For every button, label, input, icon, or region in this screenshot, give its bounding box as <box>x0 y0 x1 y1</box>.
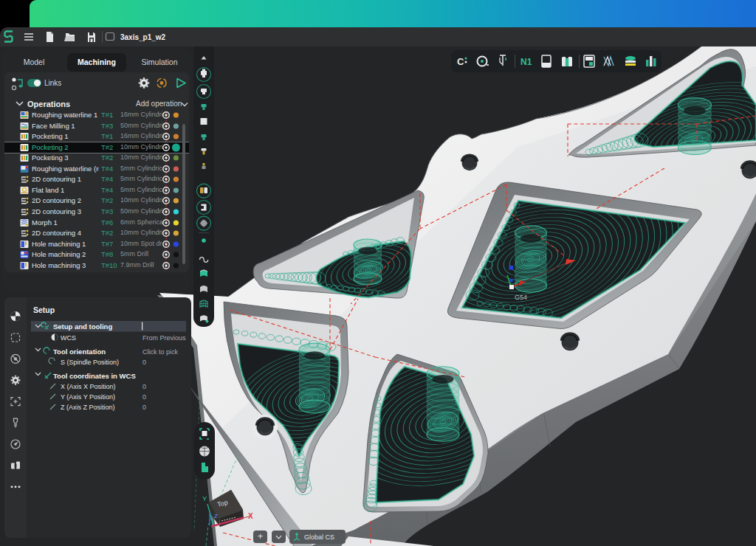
svg-text:0: 0 <box>142 404 146 411</box>
svg-text:Setup and tooling: Setup and tooling <box>53 322 112 331</box>
svg-text:Setup: Setup <box>33 305 55 314</box>
svg-text:S (Spindle Position): S (Spindle Position) <box>61 359 119 366</box>
svg-text:WCS: WCS <box>61 334 76 342</box>
svg-text:Y (Axis Y Position): Y (Axis Y Position) <box>61 393 115 401</box>
svg-text:3axis_p1_w2: 3axis_p1_w2 <box>120 33 166 41</box>
svg-text:Click to pick: Click to pick <box>142 348 179 356</box>
svg-text:C: C <box>457 56 464 67</box>
svg-text:Global CS: Global CS <box>304 533 334 541</box>
svg-text:Y: Y <box>202 494 207 502</box>
svg-text:Tool coordinates in WCS: Tool coordinates in WCS <box>53 372 136 380</box>
svg-text:G54: G54 <box>515 294 527 301</box>
svg-text:X (Axis X Position): X (Axis X Position) <box>61 383 116 390</box>
svg-text:Z: Z <box>214 513 218 519</box>
svg-text:Tool orientation: Tool orientation <box>53 348 106 356</box>
svg-text:0: 0 <box>142 393 146 401</box>
svg-text:0: 0 <box>142 383 146 390</box>
svg-text:X: X <box>248 512 253 520</box>
svg-text:Z (Axis Z Position): Z (Axis Z Position) <box>61 404 115 411</box>
svg-text:N1: N1 <box>520 57 532 67</box>
svg-text:0: 0 <box>142 359 146 366</box>
svg-text:From Previous: From Previous <box>142 334 186 342</box>
